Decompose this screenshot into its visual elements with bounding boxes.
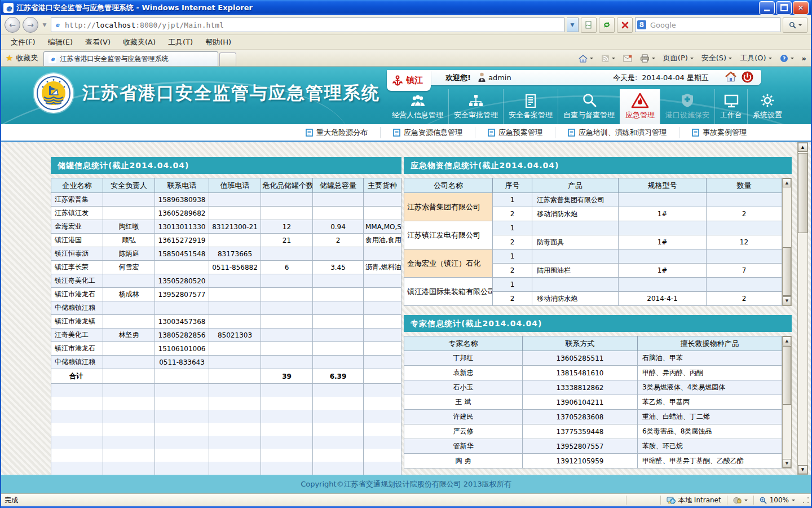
- url-field[interactable]: e http://localhost:8080/yjpt/Main.html: [51, 17, 564, 32]
- search-dropdown-icon[interactable]: [798, 24, 802, 26]
- nav-item-safety-approval[interactable]: 安全审批管理: [448, 89, 503, 124]
- scroll-thumb[interactable]: [798, 153, 807, 233]
- page-footer: Copyright©江苏省交通规划设计院股份有限公司 2013版权所有: [1, 475, 811, 493]
- cell: [155, 436, 209, 449]
- feeds-button[interactable]: [598, 53, 619, 64]
- cell: 陶红暾: [103, 220, 155, 234]
- new-tab-stub[interactable]: [219, 52, 236, 66]
- resize-grip[interactable]: [802, 496, 810, 504]
- scroll-thumb[interactable]: [783, 346, 791, 405]
- page-scrollbar[interactable]: ▲ ▼: [797, 142, 808, 475]
- username: admin: [488, 73, 511, 82]
- dropdown-icon[interactable]: [792, 500, 795, 501]
- scroll-down-button[interactable]: ▼: [783, 296, 791, 305]
- nav-item-port-security[interactable]: 港口设施保安: [660, 89, 714, 124]
- users-icon: [409, 94, 426, 108]
- home-dropdown-icon[interactable]: [590, 58, 593, 59]
- experts-scrollbar[interactable]: ▲ ▼: [782, 336, 792, 468]
- history-dropdown-icon[interactable]: ▼: [41, 22, 48, 28]
- cell: 镇江恒泰沥: [51, 247, 103, 261]
- dropdown-icon[interactable]: [744, 500, 748, 501]
- scroll-up-button[interactable]: ▲: [798, 143, 807, 152]
- menu-help[interactable]: 帮助(H): [199, 36, 237, 49]
- nav-label: 安全审批管理: [454, 110, 498, 120]
- home-button[interactable]: [575, 53, 597, 64]
- menu-file[interactable]: 文件(F): [5, 36, 42, 49]
- logout-power-icon[interactable]: [742, 71, 753, 85]
- star-icon: ★: [6, 53, 13, 63]
- subnav-training-drill[interactable]: 应急培训、演练和演习管理: [555, 127, 679, 138]
- back-button[interactable]: ←: [5, 17, 20, 33]
- close-button[interactable]: ✕: [793, 1, 809, 15]
- print-button[interactable]: [637, 53, 659, 64]
- menu-edit[interactable]: 编辑(E): [42, 36, 79, 49]
- cell: 13952807557: [523, 439, 638, 454]
- cell: [364, 274, 401, 288]
- cell: 83173665: [209, 247, 261, 261]
- nav-item-safety-record[interactable]: 安全备案管理: [503, 89, 558, 124]
- home-shortcut-icon[interactable]: [725, 71, 737, 84]
- zoom-control[interactable]: 100%: [753, 496, 801, 505]
- welcome-label: 欢迎您!: [445, 73, 471, 83]
- read-mail-button[interactable]: [620, 54, 636, 63]
- cell: 2: [707, 292, 782, 306]
- scroll-down-button[interactable]: ▼: [798, 465, 807, 474]
- subnav-hazard-distribution[interactable]: 重大危险源分布: [293, 127, 380, 138]
- cell: [209, 436, 261, 449]
- search-box[interactable]: 8: [635, 17, 780, 32]
- favorites-button[interactable]: ★ 收藏夹: [2, 51, 43, 66]
- column-header: 储罐总容量: [313, 178, 364, 193]
- cell: [51, 436, 103, 449]
- cell: 12: [261, 220, 313, 234]
- scroll-up-button[interactable]: ▲: [783, 336, 791, 345]
- cell: 13775359448: [523, 424, 638, 439]
- subnav-resource-info[interactable]: 应急资源信息管理: [380, 127, 475, 138]
- cell: [364, 207, 401, 220]
- column-header: 值班电话: [209, 178, 261, 193]
- scroll-thumb[interactable]: [783, 247, 791, 296]
- nav-item-settings[interactable]: 系统设置: [747, 89, 787, 124]
- compatibility-view-button[interactable]: [581, 17, 597, 33]
- scroll-down-button[interactable]: ▼: [783, 459, 791, 468]
- cell: [261, 462, 313, 475]
- nav-item-inspection[interactable]: 自查与督查管理: [558, 89, 620, 124]
- safety-menu-button[interactable]: 安全(S): [698, 52, 735, 64]
- help-button[interactable]: ?: [776, 53, 797, 64]
- cell: 镇江市港龙镇: [51, 315, 103, 329]
- scroll-up-button[interactable]: ▲: [783, 178, 791, 187]
- cell: 镇江李长荣: [51, 261, 103, 274]
- protected-mode-button[interactable]: [727, 496, 753, 505]
- nav-item-emergency[interactable]: 应急管理: [620, 89, 660, 124]
- menu-view[interactable]: 查看(V): [79, 36, 117, 49]
- feeds-dropdown-icon[interactable]: [612, 58, 615, 59]
- restore-button[interactable]: [776, 1, 792, 15]
- refresh-button[interactable]: [599, 17, 615, 33]
- cell: 13013011330: [155, 220, 209, 234]
- company-cell: 金海宏业（镇江）石化: [404, 249, 493, 278]
- cell: 2: [493, 264, 532, 278]
- page-menu-button[interactable]: 页面(P): [660, 52, 697, 64]
- cell: [364, 356, 401, 369]
- table-row: 管新华13952807557苯胺、环己烷: [404, 439, 782, 454]
- menu-favorites[interactable]: 收藏夹(A): [117, 36, 162, 49]
- supplies-scrollbar[interactable]: ▲ ▼: [782, 178, 792, 306]
- nav-item-operators[interactable]: 经营人信息管理: [387, 89, 448, 124]
- search-button[interactable]: [783, 17, 807, 33]
- subnav-plan-management[interactable]: 应急预案管理: [475, 127, 555, 138]
- cell: 1#: [619, 235, 707, 249]
- cell: [51, 410, 103, 423]
- minimize-button[interactable]: [759, 1, 775, 15]
- stop-button[interactable]: [617, 17, 633, 33]
- search-input[interactable]: [649, 20, 778, 30]
- subnav-accident-cases[interactable]: 事故案例管理: [679, 127, 759, 138]
- chevron-more-icon[interactable]: »: [798, 53, 810, 64]
- forward-button[interactable]: →: [23, 17, 38, 33]
- menu-tools[interactable]: 工具(T): [162, 36, 199, 49]
- tools-menu-button[interactable]: 工具(O): [736, 52, 775, 64]
- print-dropdown-icon[interactable]: [652, 58, 655, 59]
- nav-item-workbench[interactable]: 工作台: [714, 89, 747, 124]
- tab-active[interactable]: e 江苏省港口安全监管与应急管理系统: [43, 51, 218, 66]
- cell: 13805282856: [155, 329, 209, 342]
- cell: [364, 369, 401, 384]
- url-dropdown-button[interactable]: ▼: [567, 17, 579, 32]
